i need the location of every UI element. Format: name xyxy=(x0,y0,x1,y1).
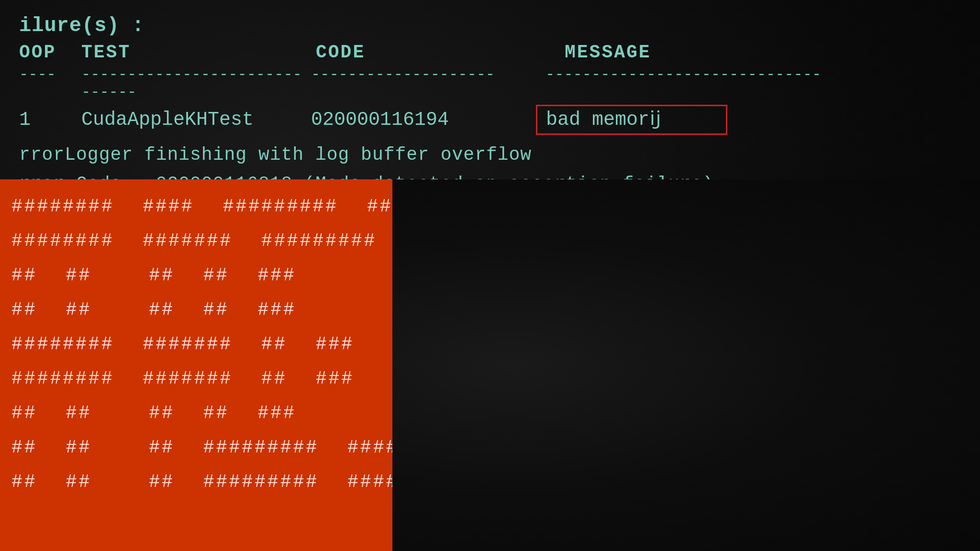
row-message-highlighted: bad memorĳ xyxy=(536,105,727,135)
dark-right-area xyxy=(392,179,980,551)
failure-header: ilure(s) : xyxy=(19,14,961,37)
hash-cell: ## xyxy=(203,265,229,286)
col-code-header: CODE xyxy=(306,42,536,63)
hash-cell: #### xyxy=(143,196,194,217)
hash-cell: ## xyxy=(11,437,37,458)
hash-row-1: ######## #### ######### ### xyxy=(11,189,381,223)
hash-cell: ## xyxy=(261,334,287,354)
hash-cell: ## xyxy=(66,472,92,492)
corruption-panel: ######## #### ######### ### ######## ###… xyxy=(0,179,392,551)
divider-message: ------------------------------ xyxy=(536,66,871,101)
hash-cell: ######## xyxy=(11,334,114,354)
hash-cell: ## xyxy=(11,265,37,286)
hash-cell: ######### xyxy=(347,472,392,492)
hash-cell: ## xyxy=(66,299,92,320)
hash-cell: ### xyxy=(316,334,354,354)
hash-cell: ## xyxy=(149,403,175,423)
hash-cell: ## xyxy=(203,403,229,423)
col-message-header: MESSAGE xyxy=(536,42,823,63)
hash-cell: ####### xyxy=(143,368,233,389)
table-divider: ---- ------------------------------ ----… xyxy=(19,66,961,101)
hash-cell: ## xyxy=(11,403,37,423)
hash-cell: ####### xyxy=(143,231,233,251)
divider-test: ------------------------------ xyxy=(77,66,306,101)
row-loop: 1 xyxy=(19,109,77,131)
hash-cell: ######## xyxy=(11,196,114,217)
hash-cell: ## xyxy=(261,368,287,389)
row-code: 020000116194 xyxy=(306,109,536,131)
hash-cell: ## xyxy=(11,472,37,492)
hash-cell: ## xyxy=(11,299,37,320)
hash-cell: ### xyxy=(257,299,296,320)
hash-cell: ## xyxy=(66,403,92,423)
row-test: CudaAppleKHTest xyxy=(77,109,306,131)
hash-cell: ## xyxy=(149,299,175,320)
hash-cell: ## xyxy=(149,265,175,286)
hash-cell: ### xyxy=(257,265,296,286)
hash-cell: ### xyxy=(316,368,354,389)
col-test-header: TEST xyxy=(77,42,306,63)
divider-loop: ---- xyxy=(19,66,77,101)
hash-cell: ### xyxy=(367,196,392,217)
hash-row-5: ######## ####### ## ### xyxy=(11,327,381,361)
hash-cell: ######### xyxy=(261,231,377,251)
hash-row-4: ## ## ## ## ### xyxy=(11,292,381,327)
hash-row-3: ## ## ## ## ### xyxy=(11,258,381,292)
hash-cell: ######### xyxy=(223,196,338,217)
hash-row-6: ######## ####### ## ### xyxy=(11,361,381,396)
divider-code: -------------------- xyxy=(306,66,536,101)
hash-row-8: ## ## ## ######### ######### xyxy=(11,430,381,464)
hash-cell: ## xyxy=(66,265,92,286)
terminal-content: ilure(s) : OOP TEST CODE MESSAGE ---- --… xyxy=(0,0,980,209)
col-loop-header: OOP xyxy=(19,42,77,63)
hash-cell: ####### xyxy=(143,334,233,354)
hash-cell: ######### xyxy=(203,437,319,458)
hash-row-2: ######## ####### ######### ### xyxy=(11,223,381,258)
hash-cell: ## xyxy=(149,472,175,492)
hash-row-7: ## ## ## ## ### xyxy=(11,396,381,430)
log-overflow-line: rrorLogger finishing with log buffer ove… xyxy=(19,144,961,165)
hash-cell: ######### xyxy=(203,472,319,492)
hash-cell: ## xyxy=(149,437,175,458)
hash-cell: ######### xyxy=(347,437,392,458)
table-row: 1 CudaAppleKHTest 020000116194 bad memor… xyxy=(19,105,961,135)
hash-cell: ## xyxy=(203,299,229,320)
table-header: OOP TEST CODE MESSAGE xyxy=(19,42,961,63)
hash-cell: ######## xyxy=(11,368,114,389)
hash-cell: ## xyxy=(66,437,92,458)
hash-row-9: ## ## ## ######### ######### xyxy=(11,464,381,499)
hash-cell: ### xyxy=(257,403,296,423)
hash-cell: ######## xyxy=(11,231,114,251)
